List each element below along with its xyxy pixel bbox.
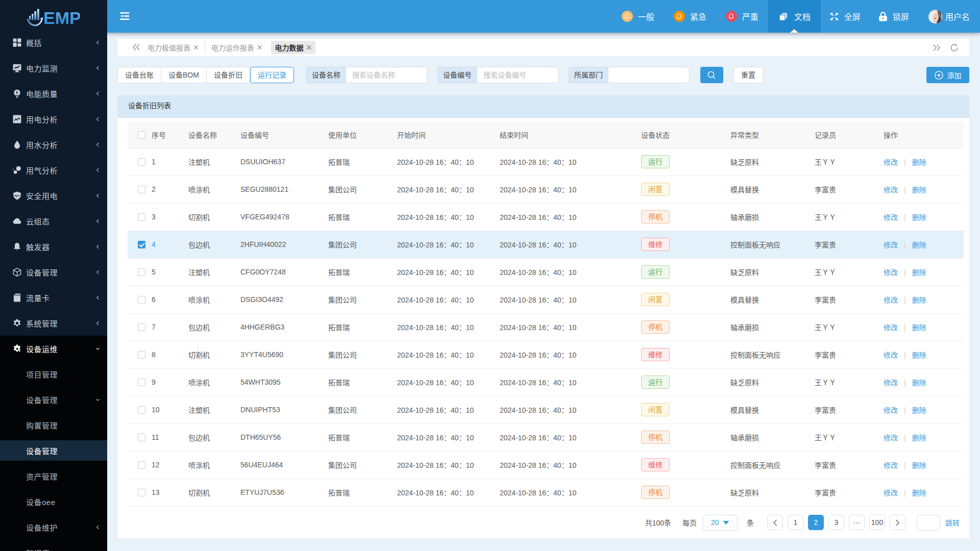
svg-text:EMP: EMP: [43, 9, 80, 28]
